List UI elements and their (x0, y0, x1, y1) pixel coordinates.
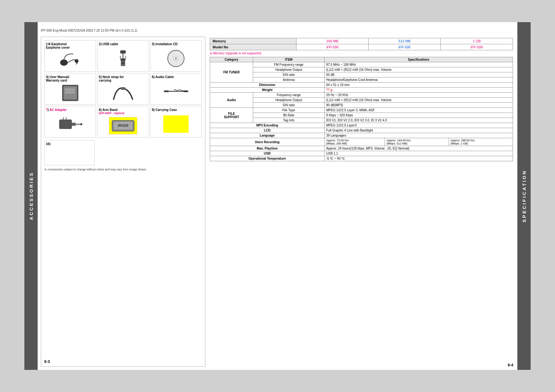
accessory-item-4: 4) User Manual/Warranty card (44, 73, 96, 105)
spec-val-hp-output-fm: (L)12 mW + (R)12 mW (16 Ohm) max. Volume (324, 67, 513, 72)
spec-cat-fm-tuner: FM TUNER (210, 62, 253, 83)
spec-item-taginfo: Tag Info (253, 118, 325, 123)
accessory-item-5: 5) Neck strap forcarrying (97, 73, 149, 105)
acc-label-7: 7) AC Adapter (46, 108, 94, 112)
spec-cat-weight: Weight (210, 88, 325, 93)
spec-row-audio-hp: Headphone Output (L)12 mW + (R)12 mW (16… (210, 98, 513, 103)
two-columns: 1④ Earphone/Earphone cover (41, 37, 514, 367)
acc-label-10: 10) (46, 142, 93, 146)
spec-item-audio-sn: S/N ratio (253, 103, 325, 108)
spec-val-audio-sn: 90 dB(MP3) (324, 103, 513, 108)
spec-row-fm-freq: FM TUNER FM Frequency range 87.5 MHz ~ 1… (210, 62, 513, 67)
spec-cat-file-support: FILESUPPORT (210, 108, 253, 123)
acc-label-1: 1④ Earphone/Earphone cover (46, 42, 94, 49)
model-599: iFP-599 (440, 44, 513, 50)
spec-cat-lcd: LCD (210, 128, 325, 133)
spec-row-hp-output-fm: Headphone Output (L)12 mW + (R)12 mW (16… (210, 67, 513, 72)
svg-rect-27 (59, 119, 72, 129)
memory-1gb: 1 GB (440, 38, 513, 44)
memory-row-label: Memory (210, 38, 296, 44)
spec-val-audio-freq: 20 Hz ~ 20 KHz (324, 93, 513, 98)
spec-val-voice-512: Approx. 144:00 hrs(8kbps, 512 MB) (385, 138, 449, 146)
spec-val-lcd: Full Graphic 4 Line with Backlight (324, 128, 513, 133)
page-number-left: 6-3 (44, 359, 50, 364)
carrying-case-box (163, 115, 189, 133)
accessory-item-9: 9) Carrying Case (150, 106, 202, 138)
memory-256: 256 MB (296, 38, 369, 44)
spec-cat-audio: Audio (210, 93, 253, 108)
model-595: iFP-595 (369, 44, 441, 50)
spec-row-antenna: Antenna Headphone/Earphone-Cord Antenna (210, 77, 513, 83)
arm-band-yellow-box: iRIVER (109, 117, 137, 134)
model-row-label: Model No (210, 44, 296, 50)
acc-label-3: 3) Installation CD (152, 42, 200, 46)
model-590: iFP-590 (296, 44, 369, 50)
spec-item-audio-hp: Headphone Output (253, 98, 325, 103)
memory-table: Memory 256 MB 512 MB 1 GB Model No iFP-5… (210, 38, 513, 50)
spec-item-antenna: Antenna (253, 77, 325, 83)
left-side-tab: ACCESSORIES (24, 22, 38, 370)
spec-cat-dimension: Dimension (210, 83, 325, 88)
spec-val-lang: 39 Languages (324, 133, 513, 138)
spec-val-filetype: MPEG 1/2/2.5 Layer 3, WMA, ASF (324, 108, 513, 113)
spec-val-usb: USB 1.1 (324, 151, 513, 156)
spec-item-fm-freq: FM Frequency range (253, 62, 325, 67)
svg-rect-8 (122, 62, 125, 63)
spec-val-voice-256: Approx. 72:00 hrs(8kbps, 256 MB) (324, 138, 385, 146)
spec-row-voice: Voice Recording Approx. 72:00 hrs(8kbps,… (210, 138, 513, 146)
svg-marker-6 (120, 58, 126, 61)
svg-rect-23 (164, 90, 169, 92)
svg-point-1 (75, 59, 78, 63)
spec-row-playtime: Max. Playtime Approx. 24 hours(128 kbps,… (210, 146, 513, 151)
spec-row-bitrate: Bit Rate 8 Kbps ~ 320 Kbps (210, 113, 513, 118)
svg-rect-2 (120, 50, 126, 53)
cd-icon (166, 49, 185, 68)
manual-icon (59, 83, 81, 102)
spec-item-audio-freq: Frequency range (253, 93, 325, 98)
spec-row-mp3enc: MP3 Encoding MPEG 1/2/2.5 Layer3 (210, 123, 513, 128)
right-side-tab: SPECIFICATION (517, 22, 531, 370)
spec-row-lang: Language 39 Languages (210, 133, 513, 138)
acc-icon-armband: iRIVER (99, 116, 147, 135)
adapter-icon (58, 115, 83, 134)
spec-header-item: ITEM (253, 57, 325, 62)
spec-item-filetype: File Type (253, 108, 325, 113)
acc-label-6: 6) Audio Cable (152, 75, 200, 79)
accessory-item-8: 8) Arm Band (iFP-595T : Option) iRIVER (97, 106, 149, 138)
svg-point-15 (175, 58, 177, 59)
acc-icon-manual (46, 83, 94, 102)
spec-row-filetype: FILESUPPORT File Type MPEG 1/2/2.5 Layer… (210, 108, 513, 113)
armband-device-icon: iRIVER (110, 118, 136, 134)
spec-row-audio-freq: Audio Frequency range 20 Hz ~ 20 KHz (210, 93, 513, 98)
svg-point-30 (80, 123, 82, 125)
spec-row-taginfo: Tag Info ID3 V1, ID3 V2 2.0, ID3 V2 3.0,… (210, 118, 513, 123)
specification-tab-label: SPECIFICATION (521, 170, 527, 223)
acc-label-8: 8) Arm Band (iFP-595T : Option) (99, 108, 147, 115)
accessory-item-1: 1④ Earphone/Earphone cover (44, 40, 96, 72)
accessory-item-3: 3) Installation CD (150, 40, 202, 72)
main-content: iFP-500 Eng Mood 030723USA 2003.7.25 12:… (38, 22, 517, 370)
accessories-grid: 1④ Earphone/Earphone cover (44, 40, 202, 138)
spec-row-sn-fm: S/N ratio 50 dB (210, 72, 513, 77)
spec-header-category: Category (210, 57, 253, 62)
accessories-row-bottom: 10) (44, 140, 202, 165)
spec-cat-lang: Language (210, 133, 325, 138)
acc-label-2: 2) USB cable (99, 42, 147, 46)
spec-val-antenna: Headphone/Earphone-Cord Antenna (324, 77, 513, 83)
page-number-right: 6-4 (508, 363, 513, 367)
spec-val-bitrate: 8 Kbps ~ 320 Kbps (324, 113, 513, 118)
svg-text:iRIVER: iRIVER (118, 124, 128, 127)
neckstrap-icon (110, 83, 136, 102)
accessory-item-2: 2) USB cable (97, 40, 149, 72)
spec-val-temp: -5 ℃ ~ 40 ℃ (324, 156, 513, 161)
accessories-footnote: ※ Accessories subject to change without … (44, 168, 202, 171)
spec-cat-mp3enc: MP3 Encoding (210, 123, 325, 128)
svg-rect-28 (72, 123, 76, 126)
usb-icon (115, 49, 131, 68)
spec-row-lcd: LCD Full Graphic 4 Line with Backlight (210, 128, 513, 133)
spec-row-audio-sn: S/N ratio 90 dB(MP3) (210, 103, 513, 108)
acc-icon-usb (99, 47, 147, 70)
earphone-icon (58, 52, 83, 69)
accessory-item-6: 6) Audio Cable (150, 73, 202, 105)
acc-icon-carrying (152, 113, 200, 135)
